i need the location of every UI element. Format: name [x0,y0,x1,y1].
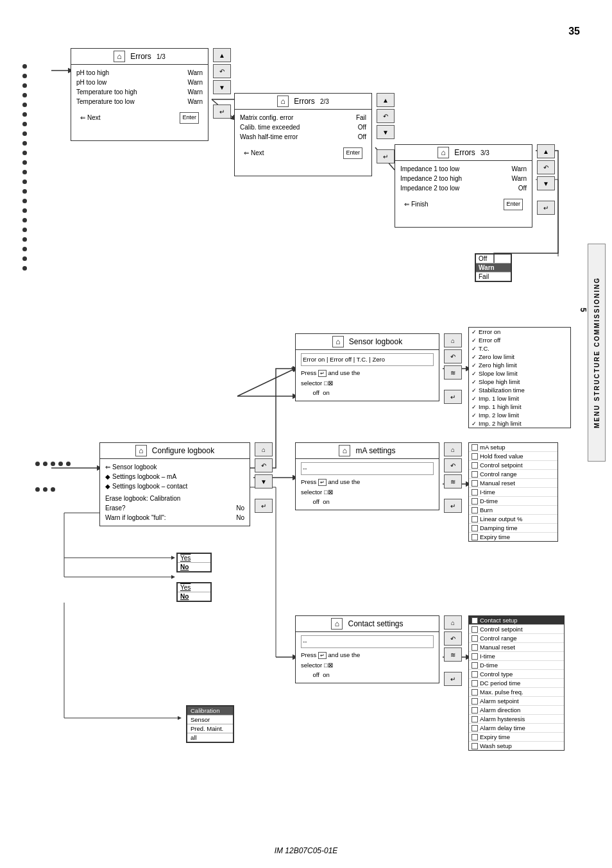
sl-opt-stab[interactable]: ✓Stabilization time [469,386,570,394]
back-btn-2[interactable]: ↶ [377,109,395,123]
cs-opt-wash[interactable]: Wash setup [469,742,564,750]
yn-box-erase[interactable]: Yes No [176,553,212,572]
cs-opt-alarm-dir[interactable]: Alarm direction [469,706,564,715]
home-icon-3[interactable]: ⌂ [438,147,449,158]
back-btn-cl[interactable]: ↶ [255,458,273,472]
severity-fail[interactable]: Fail [476,272,511,281]
enter-btn-2[interactable]: ↵ [377,149,395,163]
down-btn-1[interactable]: ▼ [213,80,231,94]
home-btn-sl[interactable]: ⌂ [444,333,462,347]
enter-btn-sl[interactable]: ↵ [444,390,462,404]
up-btn-1[interactable]: ▲ [213,48,231,62]
down-btn-3[interactable]: ▼ [537,176,555,190]
ma-opt-hold[interactable]: Hold fixed value [469,452,557,461]
up-btn-3[interactable]: ▲ [537,144,555,158]
home-btn-ma[interactable]: ⌂ [444,442,462,456]
sl-opt-imp2-low[interactable]: ✓Imp. 2 low limit [469,411,570,419]
contact-selector[interactable]: -- [301,635,434,648]
yn-yes-2[interactable]: Yes [178,583,210,592]
ma-selector[interactable]: -- [301,462,434,475]
cs-opt-i-time[interactable]: I-time [469,652,564,661]
wave-btn-cs[interactable]: ≋ [444,647,462,662]
severity-warn[interactable]: Warn [476,263,511,272]
calib-option-calibration[interactable]: Calibration [187,706,233,715]
enter-btn-cl[interactable]: ↵ [255,499,273,513]
cl-settings-contact[interactable]: ◆Settings logbook – contact [105,481,244,491]
sl-opt-imp2-high[interactable]: ✓Imp. 2 high limit [469,419,570,428]
sl-opt-imp1-high[interactable]: ✓Imp. 1 high limit [469,403,570,411]
calib-option-sensor[interactable]: Sensor [187,715,233,724]
sl-opt-zero-low[interactable]: ✓Zero low limit [469,353,570,361]
cs-opt-ctrl-setpoint[interactable]: Control setpoint [469,625,564,634]
enter-btn-ma[interactable]: ↵ [444,499,462,513]
sl-opt-error-on[interactable]: ✓Error on [469,328,570,336]
sl-opt-slope-low[interactable]: ✓Slope low limit [469,369,570,378]
severity-off[interactable]: Off [476,255,511,263]
sl-opt-slope-high[interactable]: ✓Slope high limit [469,378,570,386]
calib-type-box[interactable]: Calibration Sensor Pred. Maint. all [186,705,234,743]
errors-1-next[interactable]: ⇐Next Enter [76,110,203,126]
sl-opt-zero-high[interactable]: ✓Zero high limit [469,361,570,369]
down-btn-2[interactable]: ▼ [377,125,395,139]
back-btn-sl[interactable]: ↶ [444,349,462,363]
errors-3-finish[interactable]: ⇐Finish Enter [400,197,527,212]
cs-opt-ctrl-range[interactable]: Control range [469,634,564,643]
ma-opt-burn[interactable]: Burn [469,506,557,515]
ma-opt-ctrl-range[interactable]: Control range [469,470,557,479]
cl-sensor-logbook[interactable]: ⇐Sensor logbook [105,462,244,472]
back-btn-ma[interactable]: ↶ [444,458,462,472]
ma-opt-expiry[interactable]: Expiry time [469,533,557,541]
yn-no-1[interactable]: No [178,563,210,571]
sl-opt-error-off[interactable]: ✓Error off [469,336,570,344]
calib-option-pred-maint[interactable]: Pred. Maint. [187,724,233,733]
back-btn-3[interactable]: ↶ [537,160,555,174]
errors-2-next[interactable]: ⇐Next Enter [240,146,366,161]
cl-settings-ma[interactable]: ◆Settings logbook – mA [105,472,244,481]
enter-btn-1[interactable]: ↵ [213,104,231,119]
cs-opt-setup[interactable]: Contact setup [469,616,564,625]
home-icon-sl[interactable]: ⌂ [332,336,344,347]
sensor-lb-selector[interactable]: Error on | Error off | T.C. | Zero [301,353,434,366]
cs-opt-alarm-delay[interactable]: Alarm delay time [469,724,564,733]
cs-opt-ctrl-type[interactable]: Control type [469,670,564,679]
cl-erase-row[interactable]: Erase?No [105,503,244,513]
ma-opt-i-time[interactable]: I-time [469,488,557,497]
enter-btn-3[interactable]: ↵ [537,201,555,215]
cs-opt-alarm-hys[interactable]: Alarm hysteresis [469,715,564,724]
home-btn-cl[interactable]: ⌂ [255,442,273,456]
ma-opt-d-time[interactable]: D-time [469,497,557,506]
cs-opt-max-pulse[interactable]: Max. pulse freq. [469,688,564,697]
home-icon-ma[interactable]: ⌂ [339,445,350,456]
up-btn-2[interactable]: ▲ [377,93,395,107]
calib-option-all[interactable]: all [187,733,233,742]
down-btn-cl[interactable]: ▼ [255,474,273,488]
cs-opt-d-time[interactable]: D-time [469,661,564,670]
yn-box-warn[interactable]: Yes No [176,582,212,602]
ma-opt-manual-reset[interactable]: Manual reset [469,479,557,488]
cs-opt-alarm-setpt[interactable]: Alarm setpoint [469,697,564,706]
wave-btn-sl[interactable]: ≋ [444,365,462,380]
home-icon-cs[interactable]: ⌂ [331,618,343,630]
enter-btn-cs[interactable]: ↵ [444,672,462,686]
home-icon-1[interactable]: ⌂ [114,51,125,62]
cs-opt-dc-period[interactable]: DC period time [469,679,564,688]
ma-opt-ctrl-setpoint[interactable]: Control setpoint [469,461,557,470]
cs-opt-expiry[interactable]: Expiry time [469,733,564,742]
sl-opt-imp1-low[interactable]: ✓Imp. 1 low limit [469,394,570,403]
home-icon-2[interactable]: ⌂ [277,96,289,107]
severity-selector[interactable]: Off Warn Fail [475,253,512,282]
yn-yes-1[interactable]: Yes [178,554,210,563]
back-btn-cs[interactable]: ↶ [444,631,462,646]
ma-opt-linear[interactable]: Linear output % [469,515,557,524]
wave-btn-ma[interactable]: ≋ [444,474,462,488]
cl-warn-row[interactable]: Warn if logbook "full":No [105,513,244,522]
home-btn-cs[interactable]: ⌂ [444,615,462,630]
back-btn-1[interactable]: ↶ [213,64,231,78]
ma-opt-setup[interactable]: mA setup [469,443,557,452]
home-icon-cl[interactable]: ⌂ [135,445,147,456]
ma-opt-damp[interactable]: Damping time [469,524,557,533]
bullet-dots [22,64,27,271]
sl-opt-tc[interactable]: ✓T.C. [469,344,570,353]
yn-no-2[interactable]: No [178,592,210,601]
cs-opt-manual-reset[interactable]: Manual reset [469,643,564,652]
